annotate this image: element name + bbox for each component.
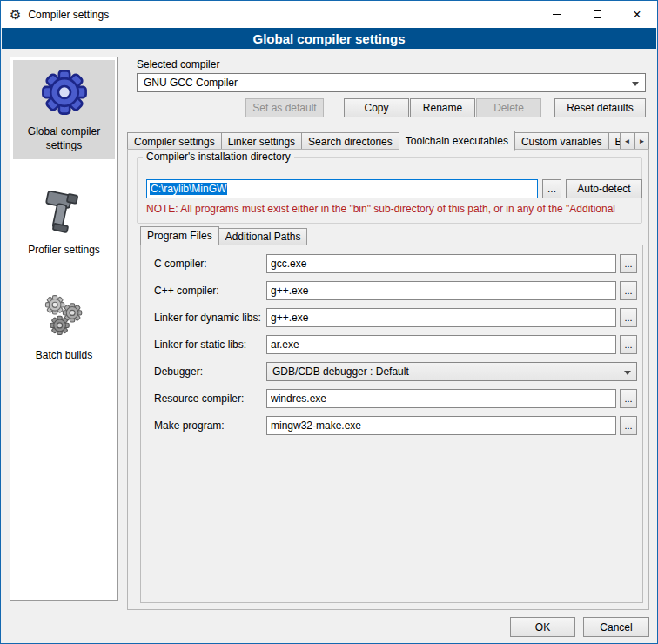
browse-c-compiler-button[interactable]: ... [620,254,637,273]
blue-gear-icon [39,67,90,120]
installation-directory-group-title: Compiler's installation directory [143,151,294,163]
tab-build[interactable]: Build [608,132,620,151]
tab-additional-paths[interactable]: Additional Paths [218,228,308,245]
minimize-button[interactable] [537,1,577,28]
copy-button[interactable]: Copy [344,98,409,117]
browse-installation-directory-button[interactable]: ... [542,179,561,198]
tab-scroll-left-button[interactable]: ◄ [620,132,634,150]
tab-linker-settings[interactable]: Linker settings [221,132,302,151]
field-row-make-program: Make program:... [141,416,642,435]
maximize-icon [594,10,601,18]
resource-compiler-label: Resource compiler: [154,392,244,405]
field-row-resource-compiler: Resource compiler:... [141,389,642,408]
tab-custom-variables[interactable]: Custom variables [514,132,609,151]
field-row-linker-dynamic-libs: Linker for dynamic libs:... [141,308,642,327]
sidebar-item-global-compiler-settings[interactable]: Global compiler settings [13,60,115,159]
tab-strip: Compiler settingsLinker settingsSearch d… [127,131,620,151]
gray-gears-icon [39,291,90,344]
sidebar-item-batch-builds[interactable]: Batch builds [13,284,115,370]
field-row-c-compiler: C compiler:... [141,254,642,273]
linker-dynamic-libs-input[interactable] [266,308,616,327]
selected-compiler-label: Selected compiler [137,58,219,70]
resource-compiler-input[interactable] [266,389,616,408]
browse-linker-static-libs-button[interactable]: ... [620,335,637,354]
debugger-combo[interactable]: GDB/CDB debugger : Default [266,362,637,381]
delete-button: Delete [476,98,541,117]
set-as-default-button: Set as default [245,98,324,117]
cpp-compiler-input[interactable] [266,281,616,300]
sidebar-item-label: Global compiler settings [15,125,113,152]
field-row-debugger: Debugger:GDB/CDB debugger : Default [141,362,642,381]
chevron-down-icon [624,371,631,379]
sidebar-items: Global compiler settingsProfiler setting… [10,60,118,369]
c-compiler-input[interactable] [266,254,616,273]
linker-static-libs-input[interactable] [266,335,616,354]
linker-static-libs-label: Linker for static libs: [154,339,246,351]
debugger-value: GDB/CDB debugger : Default [272,366,409,378]
field-row-cpp-compiler: C++ compiler:... [141,281,642,300]
tab-compiler-settings[interactable]: Compiler settings [127,132,222,151]
window-title: Compiler settings [28,9,109,21]
ok-button[interactable]: OK [510,617,575,637]
selected-compiler-combo[interactable]: GNU GCC Compiler [137,73,646,92]
tab-toolchain-executables[interactable]: Toolchain executables [399,131,515,151]
app-icon: ⚙ [10,8,21,21]
dialog-header: Global compiler settings [2,28,656,49]
reset-defaults-button[interactable]: Reset defaults [554,98,646,117]
toolchain-executables-panel: Compiler's installation directory C:\ray… [127,149,649,610]
minimize-icon [553,14,561,15]
tab-search-directories[interactable]: Search directories [301,132,400,151]
sidebar-item-label: Profiler settings [15,244,113,258]
close-button[interactable]: × [617,1,657,28]
installation-directory-value: C:\raylib\MinGW [150,183,227,195]
inner-tab-strip: Program FilesAdditional Paths [140,226,306,245]
dialog-header-title: Global compiler settings [252,31,405,46]
cancel-button[interactable]: Cancel [583,617,649,637]
sidebar-item-profiler-settings[interactable]: Profiler settings [13,178,115,265]
program-files-panel: C compiler:...C++ compiler:...Linker for… [140,245,643,603]
debugger-label: Debugger: [154,366,203,378]
close-icon: × [633,8,641,22]
chevron-down-icon [632,82,639,90]
maximize-button[interactable] [577,1,617,28]
browse-resource-compiler-button[interactable]: ... [620,389,637,408]
install-dir-note: NOTE: All programs must exist either in … [146,203,642,215]
c-compiler-label: C compiler: [154,258,207,270]
titlebar: ⚙ Compiler settings × [1,1,657,28]
autodetect-button[interactable]: Auto-detect [566,179,642,198]
make-program-label: Make program: [154,419,225,432]
cpp-compiler-label: C++ compiler: [154,285,219,297]
installation-directory-input[interactable]: C:\raylib\MinGW [146,179,538,198]
browse-linker-dynamic-libs-button[interactable]: ... [620,308,637,327]
compiler-settings-window: ⚙ Compiler settings × Global compiler se… [0,0,658,644]
window-controls: × [537,1,657,28]
field-row-linker-static-libs: Linker for static libs:... [141,335,642,354]
selected-compiler-value: GNU GCC Compiler [144,77,238,89]
browse-make-program-button[interactable]: ... [620,416,637,435]
sidebar-item-label: Batch builds [15,349,113,363]
tab-program-files[interactable]: Program Files [140,226,219,245]
linker-dynamic-libs-label: Linker for dynamic libs: [154,312,261,324]
make-program-input[interactable] [266,416,616,435]
sidebar: Global compiler settingsProfiler setting… [10,57,118,601]
profiler-tool-icon [39,185,90,238]
rename-button[interactable]: Rename [410,98,475,117]
tab-scroll-right-button[interactable]: ► [634,132,649,150]
browse-cpp-compiler-button[interactable]: ... [620,281,637,300]
